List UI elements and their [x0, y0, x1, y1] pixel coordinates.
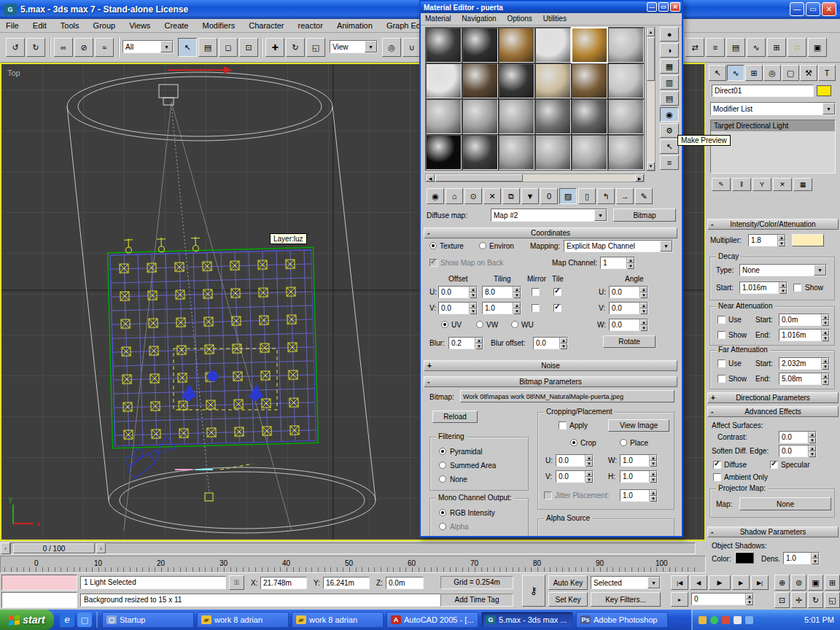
near-start-spinner[interactable] — [821, 314, 829, 325]
far-end-field[interactable]: 5.08m — [779, 373, 830, 385]
crop-w-spinner[interactable] — [649, 455, 657, 466]
map-type-button[interactable]: Bitmap — [613, 209, 676, 222]
texture-radio[interactable] — [429, 242, 437, 249]
multiplier-field[interactable]: 1.8 — [748, 234, 786, 246]
z-coordinate-field[interactable]: 0.0m — [386, 577, 424, 589]
selection-filter-dropdown[interactable]: All — [122, 40, 174, 53]
sample-slot[interactable] — [572, 63, 607, 98]
select-by-name-button[interactable]: ▤ — [198, 38, 217, 57]
view-image-button[interactable]: View Image — [608, 419, 669, 432]
previous-frame-button[interactable]: ‹ — [1, 542, 10, 554]
menu-group[interactable]: Group — [88, 19, 122, 32]
apply-checkbox[interactable] — [559, 421, 567, 429]
go-to-end-button[interactable]: ▶| — [751, 575, 769, 590]
jitter-placement-field[interactable]: 1.0 — [620, 489, 658, 502]
tray-icon-1[interactable] — [699, 616, 707, 624]
menu-modifiers[interactable]: Modifiers — [197, 19, 241, 32]
mirror-v-checkbox[interactable] — [532, 304, 540, 312]
sample-slot[interactable] — [462, 135, 498, 170]
environ-radio[interactable] — [479, 242, 486, 249]
rollout-bitmap-parameters[interactable]: -Bitmap Parameters — [424, 376, 677, 387]
select-and-rotate-button[interactable]: ↻ — [286, 38, 305, 57]
put-material-to-scene-button[interactable]: ⌂ — [446, 188, 463, 204]
x-coordinate-field[interactable]: 21.748m — [260, 577, 307, 589]
sample-slot[interactable] — [499, 135, 534, 170]
map-channel-spinner[interactable] — [626, 257, 634, 268]
selection-lock-button[interactable]: ⚿ — [229, 575, 244, 590]
make-unique-button[interactable]: Y — [752, 178, 771, 191]
sample-slot[interactable] — [499, 63, 534, 98]
decay-type-dropdown[interactable]: None — [739, 264, 827, 276]
taskbar-task-work8-2[interactable]: ▰work 8 adrian — [292, 612, 384, 628]
shadow-color-swatch[interactable] — [735, 552, 754, 564]
layer-manager-button[interactable]: ▤ — [726, 38, 745, 57]
angle-w-field[interactable]: 0.0 — [609, 319, 648, 331]
mirror-button[interactable]: ⇄ — [685, 38, 704, 57]
offset-u-field[interactable]: 0.0 — [438, 286, 478, 298]
stack-item-selected[interactable]: Target Directional Light — [711, 120, 835, 131]
show-end-result-button[interactable]: ‖ — [732, 178, 751, 191]
multiplier-color-swatch[interactable] — [792, 234, 824, 246]
track-bar[interactable]: 0 10 20 30 40 50 60 70 80 90 100 — [0, 556, 706, 573]
tab-utilities[interactable]: ⚒ — [800, 65, 817, 81]
maxscript-mini-listener-pink[interactable] — [1, 575, 77, 591]
menu-edit[interactable]: Edit — [27, 19, 52, 32]
rollout-intensity-color-attenuation[interactable]: -Intensity/Color/Attenuation — [707, 219, 839, 230]
undo-button[interactable]: ↺ — [6, 38, 25, 57]
far-end-spinner[interactable] — [821, 373, 829, 384]
alpha-radio[interactable] — [439, 523, 446, 530]
go-forward-to-sibling-button[interactable]: → — [616, 188, 634, 204]
jitter-spinner[interactable] — [649, 490, 657, 501]
current-frame-field[interactable]: 0 — [691, 593, 754, 605]
menu-tools[interactable]: Tools — [55, 19, 85, 32]
align-button[interactable]: ≡ — [706, 38, 725, 57]
material-editor-button[interactable]: ∷ — [788, 38, 806, 57]
menu-file[interactable]: File — [0, 19, 25, 32]
sample-slot[interactable] — [426, 99, 462, 134]
near-show-checkbox[interactable] — [718, 331, 726, 339]
rollout-noise[interactable]: +Noise — [424, 360, 677, 371]
restore-button[interactable]: ▭ — [806, 2, 820, 16]
set-key-button[interactable]: Set Key — [548, 592, 588, 607]
rollout-advanced-effects[interactable]: -Advanced Effects — [707, 406, 839, 417]
crop-radio[interactable] — [570, 439, 578, 446]
sample-slot[interactable] — [426, 28, 462, 63]
tab-extra[interactable]: T — [818, 65, 836, 81]
pyramidal-radio[interactable] — [439, 448, 446, 455]
decay-start-field[interactable]: 1.016m — [739, 281, 788, 294]
near-use-checkbox[interactable] — [718, 316, 726, 324]
near-start-field[interactable]: 0.0m — [779, 314, 830, 326]
taskbar-task-startup[interactable]: ▢Startup — [102, 612, 194, 628]
place-radio[interactable] — [620, 439, 627, 446]
quick-launch-ie-icon[interactable]: e — [60, 612, 74, 627]
far-use-checkbox[interactable] — [718, 359, 726, 368]
density-field[interactable]: 1.0 — [783, 552, 820, 564]
menu-create[interactable]: Create — [158, 19, 194, 32]
remove-modifier-button[interactable]: ✕ — [773, 178, 792, 191]
near-end-spinner[interactable] — [821, 330, 829, 341]
set-keys-button[interactable]: ⚷ — [522, 575, 545, 607]
sample-horizontal-scrollbar[interactable]: ◀ ▶ — [425, 174, 645, 182]
sample-slot[interactable] — [608, 99, 644, 134]
play-button[interactable]: ▶ — [709, 575, 731, 590]
reset-map-button[interactable]: ✕ — [483, 188, 501, 204]
sample-slot[interactable] — [499, 99, 534, 134]
background-button[interactable]: ▦ — [660, 59, 679, 74]
start-button[interactable]: start — [0, 610, 54, 630]
menu-options[interactable]: Options — [502, 13, 536, 24]
diffuse-checkbox[interactable] — [713, 461, 721, 469]
angle-u-spinner[interactable] — [639, 287, 648, 298]
pan-button[interactable]: ✛ — [791, 592, 806, 608]
tray-icon-2[interactable] — [710, 616, 718, 624]
go-to-start-button[interactable]: |◀ — [671, 575, 688, 590]
material-editor-close-button[interactable]: ✕ — [670, 2, 680, 12]
scroll-down-icon[interactable]: ▼ — [647, 162, 655, 171]
select-object-button[interactable]: ↖ — [178, 38, 197, 57]
light-color-swatch[interactable] — [817, 85, 831, 96]
multiplier-spinner[interactable] — [777, 235, 785, 246]
tiling-u-field[interactable]: 8.0 — [482, 286, 521, 298]
auto-key-button[interactable]: Auto Key — [548, 575, 588, 590]
specular-checkbox[interactable] — [770, 461, 778, 469]
show-end-result-button[interactable]: ▯ — [578, 188, 596, 204]
contrast-spinner[interactable] — [808, 432, 816, 443]
